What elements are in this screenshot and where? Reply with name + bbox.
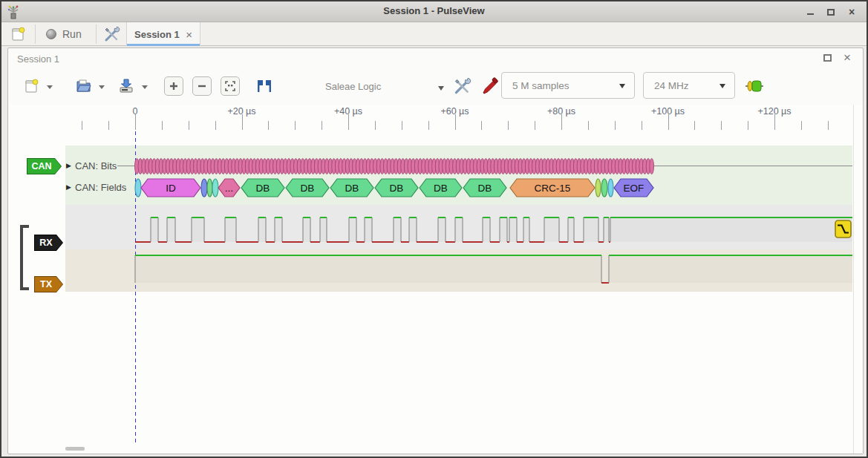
ruler-tick <box>215 121 216 130</box>
row-label-can-fields: CAN: Fields <box>75 182 126 193</box>
rx-waveform <box>65 212 852 246</box>
sample-count-value: 5 M samples <box>512 80 570 91</box>
zoom-out-icon <box>197 81 207 91</box>
save-dropdown[interactable] <box>142 85 148 89</box>
chevron-down-icon <box>619 84 625 88</box>
ruler-tick <box>774 114 775 130</box>
ruler-label: +100 µs <box>651 106 685 117</box>
ruler-label: 0 <box>133 106 138 117</box>
open-dropdown[interactable] <box>99 85 105 89</box>
decoder-tag-can[interactable]: CAN <box>27 158 62 174</box>
markers-flags-icon <box>255 77 274 95</box>
window-close-button[interactable]: × <box>844 6 859 18</box>
device-select[interactable]: Saleae Logic <box>316 75 450 97</box>
run-button[interactable]: Run <box>42 24 91 45</box>
run-state-icon <box>46 29 56 39</box>
wrench-screwdriver-icon <box>452 76 471 96</box>
device-select-value: Saleae Logic <box>325 81 381 92</box>
main-toolbar: Run Session 1 × <box>1 22 867 46</box>
add-decoder-icon <box>745 78 764 94</box>
tab-label: Session 1 <box>134 29 181 40</box>
channel-tag-tx[interactable]: TX <box>34 276 63 292</box>
svg-text:...: ... <box>225 183 233 194</box>
svg-text:CRC-15: CRC-15 <box>535 183 571 194</box>
pulseview-window: Session 1 - PulseView × Run <box>0 0 868 458</box>
ruler-tick <box>535 121 535 130</box>
svg-text:DB: DB <box>256 183 270 194</box>
window-title: Session 1 - PulseView <box>1 5 867 16</box>
ruler-label: +60 µs <box>440 106 469 117</box>
panel-title: Session 1 <box>17 53 59 65</box>
sample-count-select[interactable]: 5 M samples <box>501 72 635 99</box>
chevron-down-icon <box>438 86 444 91</box>
select-channels-button[interactable] <box>479 75 501 97</box>
svg-text:DB: DB <box>301 183 315 194</box>
svg-text:DB: DB <box>434 183 448 194</box>
new-session-button[interactable] <box>6 24 30 45</box>
ruler-label: +40 µs <box>334 106 362 117</box>
ruler-tick <box>694 121 695 130</box>
wrench-screwdriver-icon <box>102 25 120 43</box>
row-label-can-bits: CAN: Bits <box>75 160 117 171</box>
ruler-tick <box>375 121 376 130</box>
ruler-tick <box>242 114 243 130</box>
new-file-icon <box>23 78 39 94</box>
can-fields-annotations: ID...DBDBDBDBDBDBCRC-15EOF <box>65 178 852 197</box>
settings-button[interactable] <box>99 24 123 45</box>
ruler-tick <box>455 114 456 130</box>
ruler-tick <box>642 121 642 130</box>
configure-device-button[interactable] <box>451 75 473 97</box>
tab-session-1[interactable]: Session 1 × <box>126 22 200 46</box>
ruler-tick <box>268 121 269 130</box>
window-minimize-button[interactable] <box>803 6 818 18</box>
open-folder-icon <box>74 77 92 95</box>
ruler-tick <box>428 121 429 130</box>
ruler-tick <box>322 121 322 130</box>
ruler-tick <box>481 121 482 130</box>
decoder-tag-label: CAN <box>27 159 61 174</box>
horizontal-scrollbar-thumb[interactable] <box>65 447 85 451</box>
sample-rate-select[interactable]: 24 MHz <box>643 72 735 99</box>
trace-area-right-edge <box>853 105 854 454</box>
tab-close-icon[interactable]: × <box>181 28 192 41</box>
expander-arrow-icon[interactable]: ▶ <box>66 183 71 191</box>
channel-tag-rx[interactable]: RX <box>34 235 63 251</box>
sample-rate-value: 24 MHz <box>654 80 689 91</box>
new-session-icon <box>10 26 26 42</box>
ruler-tick <box>748 121 748 130</box>
ruler-tick <box>801 121 802 130</box>
ruler-tick <box>615 121 616 130</box>
trigger-falling-edge-marker[interactable] <box>835 220 852 238</box>
ruler-tick <box>588 121 589 130</box>
new-file-button[interactable] <box>20 75 42 97</box>
svg-text:DB: DB <box>478 183 492 194</box>
show-markers-button[interactable] <box>253 75 275 97</box>
open-button[interactable] <box>72 75 94 97</box>
new-file-dropdown[interactable] <box>47 85 53 89</box>
ruler-tick <box>135 114 136 130</box>
ruler-tick <box>508 121 509 130</box>
ruler-tick <box>82 121 82 130</box>
channel-group-bracket <box>20 225 29 290</box>
panel-float-button[interactable] <box>823 54 832 62</box>
panel-close-button[interactable]: × <box>843 50 851 65</box>
expander-arrow-icon[interactable]: ▶ <box>66 162 71 169</box>
zoom-out-button[interactable] <box>192 76 212 96</box>
panel-header: Session 1 × <box>8 48 863 69</box>
time-ruler[interactable]: 0+20 µs+40 µs+60 µs+80 µs+100 µs+120 µs <box>9 105 863 131</box>
save-button[interactable] <box>115 75 137 97</box>
chevron-down-icon <box>719 84 725 88</box>
run-label: Run <box>62 28 82 40</box>
trace-view[interactable]: 0+20 µs+40 µs+60 µs+80 µs+100 µs+120 µs … <box>9 105 863 454</box>
channel-tag-label: TX <box>35 277 62 292</box>
svg-text:ID: ID <box>166 183 176 194</box>
zoom-fit-button[interactable] <box>221 76 240 96</box>
window-maximize-button[interactable] <box>823 6 838 18</box>
session-toolbar: Saleae Logic 5 M samples <box>8 71 863 105</box>
ruler-tick <box>108 121 109 130</box>
ruler-tick <box>348 114 349 130</box>
can-bits-annotations <box>65 157 852 175</box>
zoom-in-button[interactable] <box>164 76 183 96</box>
session-panel: Session 1 × <box>7 48 864 454</box>
add-decoder-button[interactable] <box>743 75 766 97</box>
